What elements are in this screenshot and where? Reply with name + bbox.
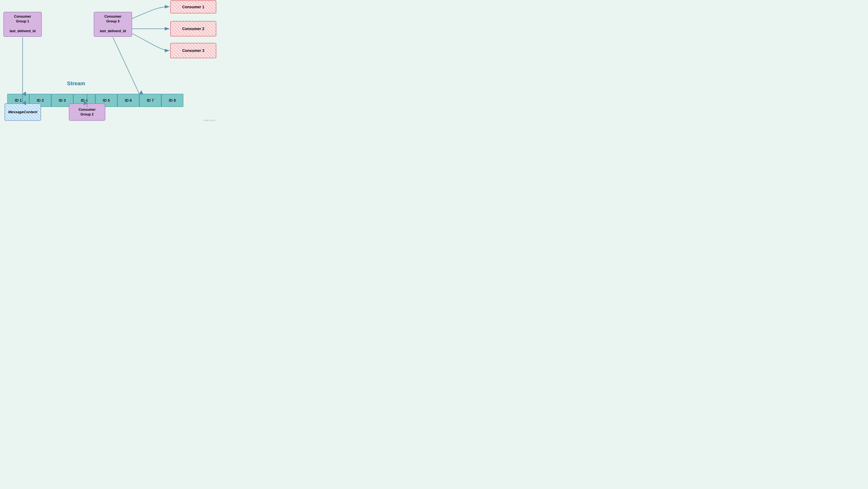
cg3-to-consumer1-arrow [132, 7, 169, 19]
consumer-1-box: Consumer 1 [170, 0, 216, 13]
consumer-group-3-box: ConsumerGroup 3last_deliverd_id [94, 12, 132, 37]
consumer-group-1-label: ConsumerGroup 1last_deliverd_id [9, 15, 36, 33]
stream-cell-id6: ID 6 [117, 94, 139, 107]
consumer-group-1-box: ConsumerGroup 1last_deliverd_id [3, 12, 42, 37]
consumer-1-label: Consumer 1 [182, 5, 205, 9]
stream-label: Stream [67, 81, 85, 87]
consumer-group-2-box: ConsumerGroup 2 [69, 104, 105, 121]
cg3-to-stream-arrow [113, 37, 139, 94]
consumer-2-label: Consumer 2 [182, 27, 205, 31]
stream-cell-id7: ID 7 [139, 94, 161, 107]
stream-cell-id8: ID 8 [161, 94, 183, 107]
cg3-to-consumer3-arrow [132, 33, 169, 51]
message-content-box: MessageContent [5, 104, 41, 121]
consumer-group-2-label: ConsumerGroup 2 [79, 107, 95, 117]
message-content-label: MessageContent [8, 110, 37, 114]
consumer-3-label: Consumer 3 [182, 49, 205, 53]
consumer-2-box: Consumer 2 [170, 21, 216, 36]
diagram-container: ConsumerGroup 1last_deliverd_id Consumer… [0, 0, 217, 122]
watermark: made with ai [204, 119, 215, 121]
consumer-3-box: Consumer 3 [170, 43, 216, 58]
consumer-group-3-label: ConsumerGroup 3last_deliverd_id [100, 15, 126, 33]
